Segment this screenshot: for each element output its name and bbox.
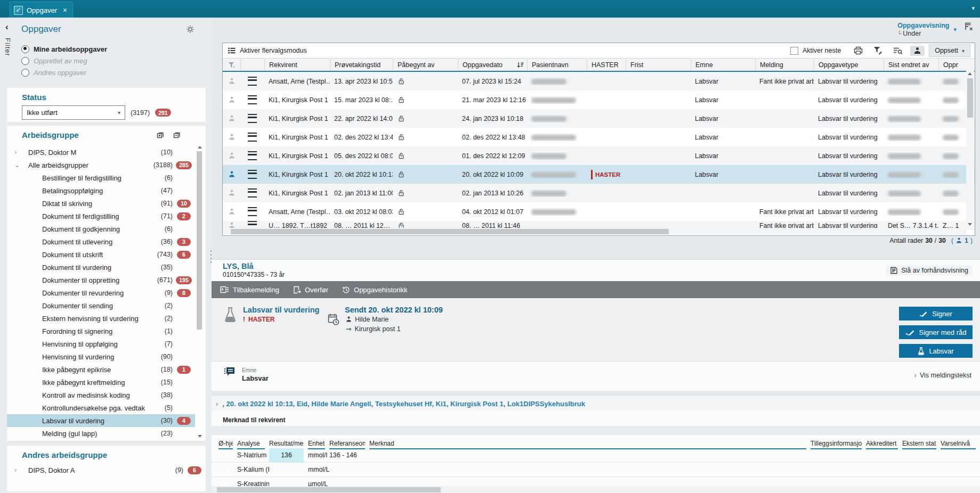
workgroup-scrollbar[interactable] [196, 146, 203, 438]
overfor-button[interactable]: Overfør [293, 286, 328, 294]
table-row[interactable]: Ki1, Kirurgisk Post 1 20. okt 2022 kl 10… [223, 165, 975, 184]
workgroup-tree-item[interactable]: Ekstern henvisning til vurdering (2) [7, 312, 195, 325]
column-header-icon[interactable] [240, 59, 264, 71]
activate-next-checkbox[interactable] [790, 47, 798, 55]
radio-option[interactable]: Mine arbeidsoppgaver [21, 43, 107, 55]
close-preview-pane-icon[interactable] [964, 22, 974, 31]
column-header-sorted[interactable]: Oppgavedato [458, 59, 527, 71]
workgroup-tree-item[interactable]: Dokument til utlevering (36) 3 [7, 235, 195, 248]
lab-result-row[interactable]: S-Kalium (K+) mmol/L [212, 463, 980, 477]
collapse-all-icon[interactable] [173, 131, 181, 138]
row-menu-icon[interactable] [248, 114, 257, 123]
row-menu-icon[interactable] [248, 77, 257, 86]
workgroup-tree-item[interactable]: ⌄ Alle arbeidsgrupper (3188) 285 [7, 159, 195, 171]
tilbakemelding-button[interactable]: Tilbakemelding [220, 286, 279, 294]
column-header[interactable]: Melding [755, 59, 814, 71]
column-header[interactable]: Emne [691, 59, 755, 71]
oppgavehistorikk-button[interactable]: Oppgavehistorikk [342, 286, 407, 294]
radio-option[interactable]: Andres oppgaver [21, 67, 107, 78]
column-header[interactable]: Påbegynt av [393, 59, 458, 71]
scrollbar-thumb[interactable] [217, 487, 441, 492]
row-menu-icon[interactable] [248, 170, 257, 179]
column-header[interactable]: Pasientnavn [527, 59, 587, 71]
lab-column-header[interactable]: Enhet [308, 437, 325, 449]
workgroup-tree-item[interactable]: Kontrollundersøkelse pga. vedtak (5) [7, 401, 195, 414]
tree-expander-icon[interactable]: ⌄ [14, 161, 28, 169]
table-row[interactable]: Ki1, Kirurgisk Post 1 02. des 2022 kl 13… [223, 128, 975, 146]
column-header[interactable]: Sist endret av [884, 59, 938, 71]
lab-column-header[interactable]: Tilleggsinformasjon [811, 437, 862, 449]
column-header[interactable]: Oppgavetype [814, 59, 884, 71]
report-header-row[interactable]: › , 20. okt 2022 kl 10:13, Eid, Hilde Ma… [212, 395, 980, 412]
workgroup-tree-item[interactable]: Dokumenter til revurdering (9) 8 [7, 286, 195, 299]
merknad-field[interactable] [212, 426, 980, 435]
workgroup-tree-item[interactable]: Dokumenter til sending (2) [7, 299, 195, 312]
scrollbar-thumb[interactable] [231, 229, 669, 234]
table-row[interactable]: Ki1, Kirurgisk Post 1 22. apr 2022 kl 14… [223, 109, 975, 128]
tree-expander-icon[interactable]: › [14, 466, 28, 474]
oppsett-button[interactable]: Oppsett ▾ [929, 44, 970, 57]
sidebar-collapse-icon[interactable]: ‹ [5, 22, 9, 32]
filter-edit-icon[interactable] [870, 45, 886, 56]
workgroup-tree-item[interactable]: Henvisning til oppfølging (7) [7, 338, 195, 350]
tree-expander-icon[interactable]: › [14, 149, 28, 156]
workgroup-tree-item[interactable]: Dokument til ferdigstilling (71) 2 [7, 210, 195, 223]
tab-close-icon[interactable]: × [63, 6, 67, 14]
workgroup-tree-item[interactable]: Forordning til signering (1) [7, 325, 195, 338]
row-menu-icon[interactable] [248, 133, 257, 142]
column-filter-funnel-icon[interactable] [223, 59, 240, 71]
row-menu-icon[interactable] [248, 151, 257, 160]
workgroup-tree-item[interactable]: Betalingsoppfølging (47) [7, 184, 195, 197]
assigned-person-icon[interactable] [910, 46, 925, 56]
lab-column-header[interactable]: Varselnivå [941, 437, 976, 449]
lab-column-header[interactable]: Akkreditert [866, 437, 898, 449]
lab-result-row[interactable]: S-Natrium 136 mmol/l 136 - 146 [212, 448, 980, 463]
expand-all-icon[interactable] [157, 131, 165, 138]
scroll-down-icon[interactable] [198, 435, 202, 438]
table-row[interactable]: Ansatt, Arne (Testpl… 03. okt 2012 kl 08… [223, 202, 975, 221]
lab-column-header[interactable]: Referanseområde [329, 437, 365, 449]
lab-column-header[interactable]: Resultat/mengde [269, 437, 304, 449]
workgroup-tree-item[interactable]: › DIPS, Doktor A (9) 6 [7, 464, 206, 476]
workgroup-tree-item[interactable]: › DIPS, Doktor M (10) [7, 146, 195, 159]
status-select[interactable]: Ikke utført ▾ [22, 105, 125, 120]
column-header[interactable]: HASTER [587, 59, 626, 71]
table-row[interactable]: Ansatt, Arne (Testpl… 13. apr 2023 kl 10… [223, 72, 975, 91]
labsvar-button[interactable]: Labsvar [899, 344, 973, 358]
lab-column-header[interactable]: Ø-hjelp [218, 437, 233, 449]
titlebar-chevron-down-icon[interactable]: ▾ [971, 5, 975, 12]
scroll-down-icon[interactable] [968, 223, 972, 226]
column-header[interactable]: Prøvetakingstid [330, 59, 393, 71]
table-vertical-scrollbar[interactable] [966, 71, 974, 227]
lab-column-header[interactable]: Merknad [369, 437, 806, 449]
show-message-link[interactable]: › Vis meldingstekst [914, 371, 971, 379]
workgroup-tree-item[interactable]: Diktat til skriving (91) 10 [7, 197, 195, 210]
workgroup-tree-item[interactable]: Dokument til utskrift (743) 6 [7, 248, 195, 261]
row-menu-icon[interactable] [248, 207, 257, 216]
row-menu-icon[interactable] [248, 188, 257, 198]
lab-column-header[interactable]: Analyse [237, 437, 265, 449]
tab-oppgaver[interactable]: ✓ Oppgaver × [10, 2, 73, 18]
workgroup-tree-item[interactable]: Ikke påbegynt epikrise (18) 1 [7, 363, 195, 376]
gear-icon[interactable] [186, 25, 195, 34]
workgroup-tree-item[interactable]: Dokument til godkjenning (6) [7, 223, 195, 235]
lab-column-header[interactable]: Ekstern status [902, 437, 936, 449]
multiselect-label[interactable]: Aktiver flervalgsmodus [240, 47, 307, 54]
print-icon[interactable] [851, 45, 866, 56]
radio-option[interactable]: Opprettet av meg [21, 55, 107, 67]
view-switch[interactable]: Oppgavevisning └ Under ▾ [897, 22, 957, 38]
column-header[interactable]: Rekvirent [264, 59, 330, 71]
signer-med-rad-button[interactable]: Signer med råd [899, 325, 973, 339]
workgroup-tree-item[interactable]: Ikke påbegynt kreftmelding (15) [7, 376, 195, 389]
list-search-icon[interactable] [890, 46, 906, 56]
table-row[interactable]: Ki1, Kirurgisk Post 1 05. des 2022 kl 08… [223, 146, 975, 165]
workgroup-tree-item[interactable]: Henvisning til vurdering (90) [7, 350, 195, 363]
workgroup-tree-item[interactable]: Dokument til vurdering (35) [7, 261, 195, 274]
column-header[interactable]: Frist [626, 59, 691, 71]
toggle-preview-button[interactable]: Slå av forhåndsvisning [886, 265, 973, 276]
lab-horizontal-scrollbar[interactable] [212, 486, 980, 493]
multiselect-icon[interactable] [228, 47, 236, 54]
workgroup-tree-item[interactable]: Bestillinger til ferdigstilling (6) [7, 171, 195, 184]
scrollbar-thumb[interactable] [967, 78, 973, 118]
table-row[interactable]: Ki1, Kirurgisk Post 1 15. mar 2023 kl 08… [223, 91, 975, 109]
